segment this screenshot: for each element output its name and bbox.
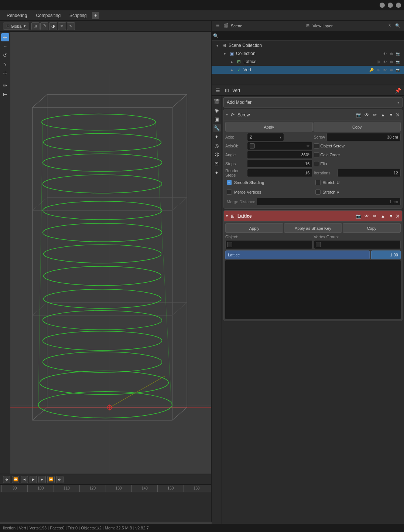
screw-copy-btn[interactable]: Copy <box>314 122 401 132</box>
lattice-value-cell[interactable]: 1.00 <box>371 250 401 259</box>
play-btn[interactable]: ▶ <box>30 476 37 483</box>
tool-scale[interactable]: ⤡ <box>1 60 9 68</box>
render-icon-vert[interactable]: 📷 <box>395 67 401 73</box>
menu-add-workspace[interactable]: + <box>92 12 99 19</box>
lattice-copy-btn[interactable]: Copy <box>343 223 401 233</box>
menu-scripting[interactable]: Scripting <box>66 12 90 19</box>
vertex-group-field[interactable] <box>314 240 401 249</box>
lattice-down-icon[interactable]: ▼ <box>387 212 395 220</box>
viewport-shading-btn[interactable]: ◑ <box>49 22 57 30</box>
maximize-button[interactable] <box>388 3 393 8</box>
stretch-u-checkbox[interactable] <box>315 180 321 185</box>
viewport-mode-btn[interactable]: ≋ <box>58 22 66 30</box>
viewport-gizmo-btn[interactable]: ⊞ <box>31 22 40 30</box>
screw-viewport-icon[interactable]: 👁 <box>363 111 370 119</box>
vert-key-icon[interactable]: 🔑 <box>369 67 374 73</box>
outliner-search-icon[interactable]: 🔍 <box>394 23 401 29</box>
screw-edit-icon[interactable]: ✏ <box>371 111 379 119</box>
vert-constraint-icon[interactable]: ⊕ <box>375 67 381 73</box>
props-icon-data[interactable]: ⊡ <box>213 159 221 167</box>
stretch-v-checkbox[interactable] <box>315 190 321 195</box>
object-screw-checkbox[interactable] <box>314 143 319 149</box>
lattice-render-icon[interactable]: 📷 <box>355 212 362 220</box>
screw-up-icon[interactable]: ▲ <box>379 111 387 119</box>
menu-rendering[interactable]: Rendering <box>3 12 31 19</box>
menu-compositing[interactable]: Compositing <box>32 12 64 19</box>
screw-down-icon[interactable]: ▼ <box>387 111 395 119</box>
props-icon-modifiers[interactable]: 🔧 <box>213 124 221 132</box>
tree-item-vert[interactable]: ▸ ✓ Vert 🔑 ⊕ 👁 ⊕ 📷 <box>212 66 404 74</box>
outliner-search-input[interactable] <box>220 34 403 38</box>
props-icon-particles[interactable]: ✦ <box>213 133 221 141</box>
prev-keyframe-btn[interactable]: ⏪ <box>12 476 19 483</box>
viewport-icon-lat[interactable]: ⊕ <box>388 59 394 65</box>
screw-close-btn[interactable]: ✕ <box>396 112 400 118</box>
tool-cursor[interactable]: ✛ <box>1 33 9 41</box>
tree-arrow-vert[interactable]: ▸ <box>229 67 234 72</box>
screw-collapse-arrow[interactable]: ▾ <box>226 113 228 117</box>
lattice-name-input[interactable] <box>237 214 353 219</box>
screw-value[interactable]: 38 cm <box>326 133 401 141</box>
lattice-icon-1[interactable]: ⊞ <box>375 59 381 65</box>
viewport-overlay-btn[interactable]: ☉ <box>40 22 48 30</box>
lattice-edit-icon[interactable]: ✏ <box>371 212 379 220</box>
tree-arrow-scene[interactable]: ▾ <box>215 43 220 48</box>
viewport-icon-vert[interactable]: ⊕ <box>388 67 394 73</box>
steps-value[interactable]: 16 <box>247 160 312 168</box>
tree-item-collection[interactable]: ▾ ▣ Collection 👁 ⊕ 📷 <box>212 50 404 58</box>
props-icon-object[interactable]: ▣ <box>213 115 221 123</box>
scene-3d[interactable] <box>10 32 211 522</box>
iterations-value[interactable]: 12 <box>338 169 401 177</box>
render-icon-coll[interactable]: 📷 <box>395 51 401 57</box>
lattice-viewport-icon[interactable]: 👁 <box>363 212 370 220</box>
timeline-track[interactable] <box>0 492 211 514</box>
transform-orientation-btn[interactable]: ⊕ Global ▾ <box>3 23 29 30</box>
props-header-menu-icon[interactable]: ☰ <box>215 87 221 94</box>
axisobject-field[interactable]: ✏ <box>247 142 312 150</box>
prev-frame-btn[interactable]: ◄ <box>21 476 28 483</box>
outliner-menu-icon[interactable]: ☰ <box>215 23 221 29</box>
merge-vertices-checkbox[interactable] <box>227 190 232 195</box>
outliner-filter-icon[interactable]: ⊼ <box>386 23 393 29</box>
tool-transform[interactable]: ⊹ <box>1 69 9 77</box>
lattice-close-btn[interactable]: ✕ <box>396 213 400 219</box>
minimize-button[interactable] <box>380 3 385 8</box>
lattice-apply-btn[interactable]: Apply <box>225 223 283 233</box>
viewport-extra-btn[interactable]: ∿ <box>67 22 75 30</box>
screw-name-input[interactable] <box>237 112 353 117</box>
screw-render-icon[interactable]: 📷 <box>355 111 362 119</box>
screw-apply-btn[interactable]: Apply <box>225 122 313 132</box>
flip-checkbox[interactable] <box>314 161 319 166</box>
props-icon-physics[interactable]: ◎ <box>213 141 221 150</box>
tool-annotate[interactable]: ✏ <box>1 81 9 89</box>
lattice-collapse-arrow[interactable]: ▾ <box>226 214 228 218</box>
tree-arrow-lattice[interactable]: ▸ <box>229 59 234 64</box>
props-icon-material[interactable]: ● <box>213 168 221 176</box>
next-frame-btn[interactable]: ► <box>38 476 46 483</box>
angle-value[interactable]: 360° <box>247 151 312 159</box>
tree-arrow-collection[interactable]: ▾ <box>222 51 227 56</box>
props-icon-constraints[interactable]: ⛓ <box>213 150 221 158</box>
tool-measure[interactable]: ⊢ <box>1 90 9 98</box>
tool-move[interactable]: ↔ <box>1 42 9 50</box>
playback-end-btn[interactable]: ⏭ <box>56 476 64 483</box>
visibility-icon-lat[interactable]: 👁 <box>382 59 388 65</box>
visibility-icon-vert[interactable]: 👁 <box>382 67 388 73</box>
next-keyframe-btn[interactable]: ⏩ <box>47 476 55 483</box>
viewport-icon-coll[interactable]: ⊕ <box>388 51 394 57</box>
lattice-apply-shape-key-btn[interactable]: Apply as Shape Key <box>284 223 342 233</box>
tree-item-lattice[interactable]: ▸ ⊞ Lattice ⊞ 👁 ⊕ 📷 <box>212 58 404 66</box>
lattice-up-icon[interactable]: ▲ <box>379 212 387 220</box>
close-button[interactable] <box>396 3 401 8</box>
render-icon-lat[interactable]: 📷 <box>395 59 401 65</box>
add-modifier-button[interactable]: Add Modifier ▾ <box>223 97 403 108</box>
object-field[interactable] <box>225 240 312 249</box>
props-icon-world[interactable]: ◉ <box>213 106 221 114</box>
render-steps-value[interactable]: 16 <box>247 169 312 177</box>
tree-item-scene-collection[interactable]: ▾ ⊞ Scene Collection <box>212 41 404 50</box>
calc-order-checkbox[interactable] <box>314 152 319 157</box>
smooth-shading-checkbox[interactable]: ✓ <box>227 180 232 185</box>
tool-rotate[interactable]: ↺ <box>1 51 9 59</box>
axis-dropdown[interactable]: Z ▾ <box>247 133 284 141</box>
props-pin-icon[interactable]: 📌 <box>395 88 401 93</box>
